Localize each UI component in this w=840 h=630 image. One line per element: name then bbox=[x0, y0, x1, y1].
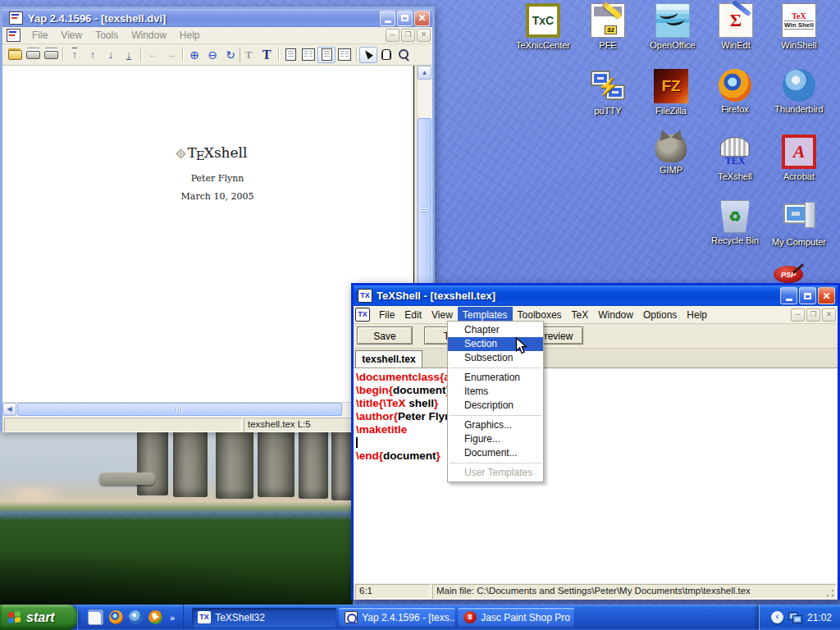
tab-texshell-tex[interactable]: texshell.tex bbox=[355, 350, 422, 368]
menu-options[interactable]: Options bbox=[638, 307, 682, 323]
desktop-icon-label: WinShell bbox=[768, 40, 830, 50]
scroll-up-button[interactable]: ▲ bbox=[418, 66, 431, 80]
menu-item-section[interactable]: Section bbox=[448, 337, 543, 351]
menu-item-graphics[interactable]: Graphics... bbox=[448, 418, 543, 432]
texshell-mdi-minimize[interactable]: ─ bbox=[791, 308, 805, 322]
texshell-mdi-close[interactable]: ✕ bbox=[822, 308, 836, 322]
texshell-titlebar[interactable]: TX TeXShell - [texshell.tex] bbox=[354, 285, 838, 306]
texshell-close-button[interactable] bbox=[818, 287, 835, 304]
desktop-icon-firefox[interactable]: Firefox bbox=[704, 69, 766, 114]
show-desktop-icon[interactable] bbox=[88, 609, 103, 625]
quick-launch-overflow-chevron[interactable]: » bbox=[168, 613, 176, 623]
back-icon[interactable]: ← bbox=[144, 47, 162, 63]
select-icon[interactable] bbox=[359, 47, 377, 63]
desktop-icon-winedt[interactable]: ΣWinEdt bbox=[705, 3, 767, 50]
desktop-icon-txc[interactable]: TxCTeXnicCenter bbox=[512, 3, 574, 50]
tray-collapse-button[interactable]: ‹ bbox=[771, 611, 783, 623]
txc-icon: TxC bbox=[526, 3, 560, 38]
desktop-icon-ooo[interactable]: OpenOffice bbox=[641, 3, 704, 50]
yap-menu-file[interactable]: File bbox=[25, 28, 54, 43]
view-single-icon[interactable] bbox=[281, 47, 299, 63]
thunderbird-icon[interactable] bbox=[129, 610, 143, 624]
taskbar-button-texshell[interactable]: TXTeXShell32 bbox=[192, 608, 336, 628]
page-last-icon[interactable]: ↓ bbox=[120, 47, 138, 63]
menu-window[interactable]: Window bbox=[593, 307, 638, 323]
view-continuous-facing-icon[interactable] bbox=[336, 47, 354, 63]
view-facing-icon[interactable] bbox=[299, 47, 317, 63]
ruler-icon[interactable]: T bbox=[240, 47, 258, 63]
page-prev-icon[interactable]: ↑ bbox=[84, 47, 102, 63]
desktop-icon-putty[interactable]: ⚡puTTY bbox=[577, 69, 639, 116]
texshell-minimize-button[interactable] bbox=[780, 287, 797, 304]
yap-mdi-minimize[interactable]: ─ bbox=[386, 29, 399, 42]
scroll-thumb[interactable] bbox=[17, 403, 342, 416]
menu-item-items[interactable]: Items bbox=[448, 385, 543, 399]
stone bbox=[173, 430, 208, 497]
media-player-icon[interactable] bbox=[148, 610, 162, 624]
text-icon[interactable]: T bbox=[258, 47, 276, 63]
yap-titlebar[interactable]: Yap 2.4.1596 - [texshell.dvi] bbox=[2, 9, 432, 27]
scroll-thumb[interactable] bbox=[418, 118, 431, 302]
texshell-mdi-restore[interactable]: ❐ bbox=[806, 308, 820, 322]
stone bbox=[331, 430, 353, 500]
menu-item-subsection[interactable]: Subsection bbox=[448, 351, 543, 365]
texshell-window-title: TeXShell - [texshell.tex] bbox=[377, 290, 778, 302]
magnify-icon[interactable] bbox=[395, 47, 413, 63]
menu-file[interactable]: File bbox=[374, 307, 399, 323]
desktop-icon-winshell[interactable]: TeXWin ShellWinShell bbox=[768, 3, 830, 50]
yap-menu-view[interactable]: View bbox=[54, 28, 89, 43]
desktop-icon-pfe[interactable]: 32PFE bbox=[577, 3, 639, 50]
start-button[interactable]: start bbox=[0, 605, 77, 630]
desktop-icon-mycomputer[interactable]: My Computer bbox=[768, 200, 830, 247]
yap-menu-tools[interactable]: Tools bbox=[89, 28, 125, 43]
desktop-icon-gimp[interactable]: GIMP bbox=[640, 135, 702, 175]
menu-item-figure[interactable]: Figure... bbox=[448, 432, 543, 446]
zoom-out-icon[interactable]: ⊖ bbox=[203, 47, 221, 63]
yap-menu-help[interactable]: Help bbox=[173, 28, 207, 43]
texshell-logo-glyph bbox=[176, 148, 187, 159]
taskbar-button-label: Yap 2.4.1596 - [texs... bbox=[362, 612, 455, 623]
desktop-icon-filezilla[interactable]: FZFileZilla bbox=[640, 69, 702, 116]
desktop-icon-recycle[interactable]: ♻Recycle Bin bbox=[704, 200, 766, 245]
menu-edit[interactable]: Edit bbox=[399, 307, 427, 323]
yap-maximize-button[interactable] bbox=[397, 11, 413, 26]
desktop-icon-acrobat[interactable]: AAcrobat bbox=[768, 135, 830, 181]
yap-mdi-close[interactable]: ✕ bbox=[417, 29, 431, 42]
page-next-icon[interactable]: ↓ bbox=[102, 47, 120, 63]
page-first-icon[interactable]: ↑ bbox=[66, 47, 84, 63]
menu-item-chapter[interactable]: Chapter bbox=[448, 323, 543, 337]
texshell-editor[interactable]: \documentclass{art\begin{document}\title… bbox=[354, 368, 838, 582]
menu-item-document[interactable]: Document... bbox=[448, 446, 543, 460]
desktop-icon-thunderbird[interactable]: Thunderbird bbox=[768, 69, 830, 114]
psp-desktop-icon[interactable]: PSP bbox=[774, 266, 803, 283]
taskbar-button-psp[interactable]: 8Jasc Paint Shop Pro bbox=[458, 608, 574, 628]
refresh-icon[interactable]: ↻ bbox=[221, 47, 240, 63]
latex-command: \author{ bbox=[356, 410, 398, 422]
forward-icon[interactable]: → bbox=[162, 47, 180, 63]
desktop-icon-texshell[interactable]: TEXTeXshell bbox=[704, 135, 766, 181]
yap-close-button[interactable] bbox=[414, 11, 430, 26]
menu-item-enumeration[interactable]: Enumeration bbox=[448, 371, 543, 385]
yap-minimize-button[interactable] bbox=[380, 11, 395, 26]
winshell-glyph: TeX bbox=[792, 11, 806, 21]
menu-help[interactable]: Help bbox=[682, 307, 712, 323]
print-2-icon[interactable] bbox=[42, 47, 60, 63]
menu-item-description[interactable]: Description bbox=[448, 399, 543, 413]
network-tray-icon[interactable] bbox=[788, 612, 802, 623]
print-icon[interactable] bbox=[24, 47, 42, 63]
start-label: start bbox=[26, 610, 55, 625]
firefox-icon[interactable] bbox=[109, 610, 123, 624]
yap-menu-window[interactable]: Window bbox=[125, 28, 173, 43]
hand-icon[interactable] bbox=[377, 47, 395, 63]
texshell-restore-button[interactable] bbox=[799, 287, 816, 304]
zoom-in-icon[interactable]: ⊕ bbox=[185, 47, 203, 63]
menu-tex[interactable]: TeX bbox=[567, 307, 594, 323]
cursor-position: 6:1 bbox=[355, 584, 431, 599]
view-continuous-icon[interactable] bbox=[317, 47, 336, 63]
scroll-left-button[interactable]: ◀ bbox=[2, 403, 16, 416]
resize-grip[interactable] bbox=[825, 588, 835, 598]
yap-mdi-restore[interactable]: ❐ bbox=[401, 29, 415, 42]
open-icon[interactable] bbox=[6, 47, 24, 63]
save-button[interactable]: Save bbox=[357, 326, 413, 345]
taskbar-button-yap[interactable]: Yap 2.4.1596 - [texs... bbox=[339, 608, 455, 628]
